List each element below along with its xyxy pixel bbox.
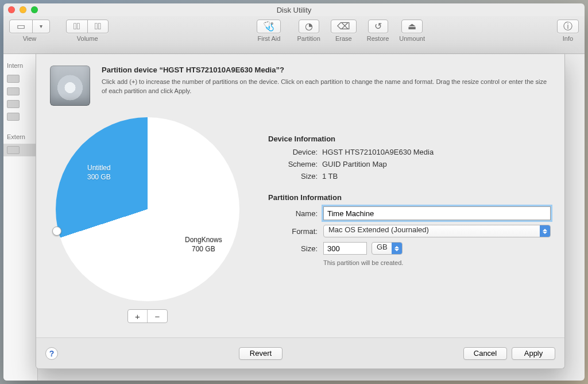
- drive-icon: [7, 146, 20, 154]
- titlebar: Disk Utility: [3, 3, 585, 16]
- sidebar-item[interactable]: [3, 110, 37, 123]
- scheme-value: GUID Partition Map: [322, 160, 551, 168]
- format-select-wrap[interactable]: Mac OS Extended (Journaled): [323, 225, 551, 237]
- toolbar-group-partition: ◔ Partition: [297, 20, 320, 42]
- pie-icon: ◔: [305, 22, 313, 31]
- resize-handle[interactable]: [52, 226, 61, 236]
- toolbar-group-restore: ↺ Restore: [367, 20, 389, 42]
- view-segmented[interactable]: ▭ ▾: [9, 20, 50, 33]
- restore-icon: ↺: [374, 22, 382, 31]
- toolbar-label-volume: Volume: [77, 35, 98, 42]
- help-button[interactable]: ?: [45, 347, 58, 360]
- device-label: Device:: [268, 148, 318, 156]
- toolbar-group-view: ▭ ▾ View: [9, 20, 50, 42]
- drive-icon: [7, 87, 20, 95]
- info-button[interactable]: ⓘ: [557, 20, 579, 33]
- partition-size-input[interactable]: [323, 242, 367, 255]
- psize-label: Size:: [268, 244, 318, 253]
- toolbar-group-info: ⓘ Info: [557, 20, 579, 42]
- add-partition-button[interactable]: +: [128, 310, 148, 322]
- cancel-button[interactable]: Cancel: [463, 347, 507, 360]
- size-label: Size:: [268, 172, 318, 181]
- disk-utility-window: Disk Utility ▭ ▾ View ＋⃝ －⃝ Volume 🩺 Fir…: [3, 3, 585, 381]
- device-info-heading: Device Information: [268, 135, 551, 143]
- size-value: 1 TB: [322, 172, 551, 181]
- chevron-updown-icon: [540, 225, 550, 237]
- info-icon: ⓘ: [563, 22, 572, 31]
- sidebar: Intern Extern: [3, 54, 38, 381]
- view-dropdown-icon[interactable]: ▾: [33, 20, 49, 33]
- first-aid-button[interactable]: 🩺: [257, 20, 281, 33]
- toolbar-label-restore: Restore: [367, 35, 389, 42]
- partition-info-heading: Partition Information: [268, 193, 551, 202]
- pie-label-size: 700 GB: [192, 245, 215, 253]
- sheet-body: Untitled 300 GB DongKnows 700 GB + −: [36, 112, 564, 337]
- window-title: Disk Utility: [3, 6, 585, 14]
- pie-label-dongknows: DongKnows 700 GB: [185, 235, 222, 254]
- sidebar-item[interactable]: [3, 98, 37, 110]
- revert-button[interactable]: Revert: [239, 347, 283, 360]
- scheme-label: Scheme:: [268, 160, 318, 168]
- sidebar-item[interactable]: [3, 72, 37, 85]
- toolbar-label-partition: Partition: [297, 35, 320, 42]
- device-value: HGST HTS721010A9E630 Media: [322, 148, 551, 156]
- sheet-title: Partition device “HGST HTS721010A9E630 M…: [102, 66, 551, 74]
- sidebar-heading-external: Extern: [3, 131, 37, 144]
- toolbar-group-unmount: ⏏ Unmount: [399, 20, 425, 42]
- sidebar-heading-internal: Intern: [3, 60, 37, 72]
- volume-segmented[interactable]: ＋⃝ －⃝: [66, 20, 109, 33]
- sheet-subtitle: Click add (+) to increase the number of …: [102, 78, 551, 96]
- unmount-button[interactable]: ⏏: [401, 20, 423, 33]
- volume-add-icon[interactable]: ＋⃝: [67, 20, 88, 33]
- drive-icon: [7, 100, 20, 108]
- name-label: Name:: [268, 209, 318, 218]
- partition-pie-slice: [56, 117, 239, 301]
- drive-icon: [7, 113, 20, 121]
- pie-label-name: Untitled: [87, 164, 111, 172]
- toolbar-label-unmount: Unmount: [399, 35, 425, 42]
- toolbar-group-erase: ⌫ Erase: [331, 20, 357, 42]
- partition-pie-wrap: Untitled 300 GB DongKnows 700 GB + −: [50, 117, 245, 337]
- pie-label-size: 300 GB: [87, 173, 111, 181]
- format-select[interactable]: Mac OS Extended (Journaled): [323, 225, 551, 237]
- erase-icon: ⌫: [337, 22, 350, 31]
- size-unit-select-wrap[interactable]: GB: [372, 242, 403, 255]
- hard-drive-icon: [50, 66, 90, 106]
- sheet-footer: ? Revert Cancel Apply: [36, 337, 564, 368]
- volume-remove-icon[interactable]: －⃝: [88, 20, 109, 33]
- toolbar: ▭ ▾ View ＋⃝ －⃝ Volume 🩺 First Aid ◔ Part…: [3, 16, 585, 54]
- sidebar-item[interactable]: [3, 85, 37, 98]
- toolbar-label-view: View: [23, 35, 37, 42]
- toolbar-label-first-aid: First Aid: [258, 35, 281, 42]
- sidebar-item-selected[interactable]: [3, 144, 37, 156]
- partition-pie[interactable]: Untitled 300 GB DongKnows 700 GB: [56, 117, 239, 301]
- pie-label-name: DongKnows: [185, 236, 222, 244]
- eject-icon: ⏏: [408, 22, 416, 31]
- stethoscope-icon: 🩺: [263, 22, 274, 31]
- partition-button[interactable]: ◔: [299, 20, 319, 33]
- toolbar-group-volume: ＋⃝ －⃝ Volume: [66, 20, 109, 42]
- drive-icon: [7, 75, 20, 83]
- restore-button[interactable]: ↺: [368, 20, 388, 33]
- toolbar-group-first-aid: 🩺 First Aid: [257, 20, 281, 42]
- partition-hint: This partition will be created.: [323, 259, 551, 266]
- add-remove-partition-buttons: + −: [127, 309, 168, 323]
- partition-name-input[interactable]: [323, 206, 551, 220]
- partition-sheet: Partition device “HGST HTS721010A9E630 M…: [36, 54, 565, 369]
- apply-button[interactable]: Apply: [512, 347, 555, 360]
- info-column: Device Information Device: HGST HTS72101…: [268, 117, 551, 337]
- remove-partition-button[interactable]: −: [148, 310, 167, 322]
- toolbar-label-erase: Erase: [335, 35, 352, 42]
- toolbar-label-info: Info: [563, 35, 573, 42]
- pie-label-untitled: Untitled 300 GB: [87, 163, 111, 182]
- erase-button[interactable]: ⌫: [331, 20, 357, 33]
- chevron-updown-icon: [392, 243, 402, 254]
- format-label: Format:: [268, 227, 318, 236]
- content-area: Intern Extern Partition device “HGST HTS…: [3, 54, 585, 381]
- sheet-header: Partition device “HGST HTS721010A9E630 M…: [36, 54, 564, 112]
- view-mode-icon[interactable]: ▭: [10, 20, 33, 33]
